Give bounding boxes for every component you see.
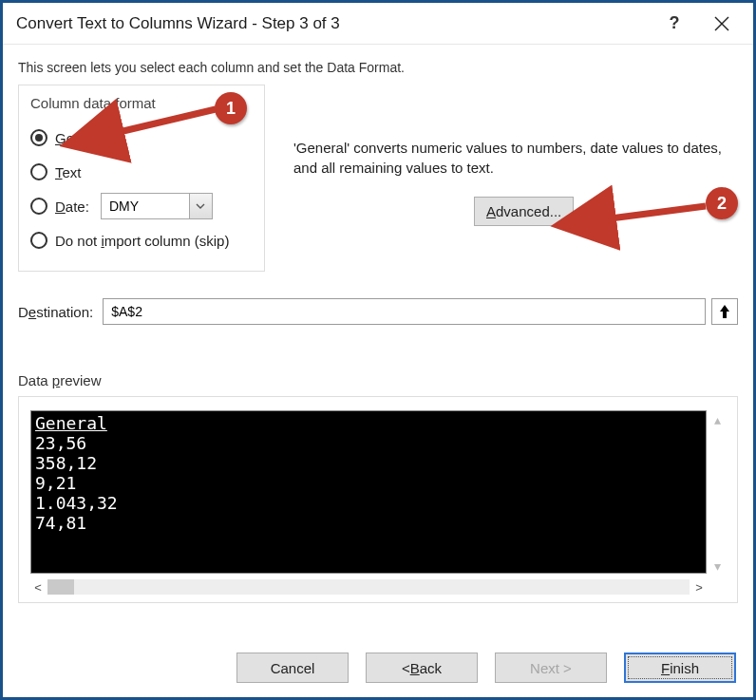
- scroll-thumb[interactable]: [47, 579, 74, 595]
- preview-row: 9,21: [35, 473, 76, 493]
- radio-label: Date:: [55, 199, 89, 215]
- preview-row: 358,12: [35, 453, 97, 473]
- radio-date[interactable]: Date: DMY: [30, 189, 253, 223]
- radio-icon: [30, 198, 47, 215]
- radio-icon: [30, 129, 47, 146]
- preview-vertical-scrollbar[interactable]: ▴ ▾: [709, 412, 726, 574]
- radio-label: Text: [55, 164, 82, 180]
- preview-legend: Data preview: [18, 372, 738, 388]
- next-button: Next >: [495, 653, 607, 683]
- range-picker-button[interactable]: [711, 298, 738, 325]
- destination-label: Destination:: [18, 304, 93, 320]
- help-button[interactable]: ?: [651, 7, 698, 41]
- close-icon: [714, 16, 729, 31]
- annotation-marker-1: 1: [215, 92, 247, 124]
- date-format-combo[interactable]: DMY: [101, 193, 213, 219]
- preview-box[interactable]: General 23,56 358,12 9,21 1.043,32 74,81: [30, 410, 707, 574]
- svg-marker-2: [720, 305, 729, 318]
- format-info: 'General' converts numeric values to num…: [293, 85, 738, 272]
- annotation-marker-2: 2: [706, 187, 738, 219]
- preview-frame: General 23,56 358,12 9,21 1.043,32 74,81…: [18, 396, 738, 603]
- radio-label: General: [55, 130, 105, 146]
- radio-text[interactable]: Text: [30, 155, 253, 189]
- scroll-down-icon: ▾: [714, 558, 721, 574]
- preview-column-header: General: [35, 413, 107, 433]
- scroll-left-icon: <: [30, 580, 46, 595]
- scroll-right-icon: >: [691, 580, 707, 595]
- dialog-content: This screen lets you select each column …: [3, 45, 753, 613]
- dialog-title: Convert Text to Columns Wizard - Step 3 …: [16, 14, 651, 33]
- cancel-button[interactable]: Cancel: [236, 653, 349, 683]
- dialog-footer: Cancel < Back Next > Finish: [3, 638, 753, 697]
- data-preview-section: Data preview General 23,56 358,12 9,21 1…: [18, 372, 738, 603]
- advanced-button[interactable]: Advanced...: [474, 197, 574, 226]
- radio-icon: [30, 163, 47, 180]
- destination-row: Destination:: [18, 298, 738, 325]
- collapse-icon: [718, 304, 731, 319]
- titlebar: Convert Text to Columns Wizard - Step 3 …: [3, 3, 753, 45]
- intro-text: This screen lets you select each column …: [18, 60, 738, 75]
- date-format-value: DMY: [102, 199, 189, 214]
- preview-row: 1.043,32: [35, 493, 118, 513]
- radio-icon: [30, 232, 47, 249]
- radio-label: Do not import column (skip): [55, 233, 229, 249]
- back-button[interactable]: < Back: [366, 653, 478, 683]
- wizard-dialog: Convert Text to Columns Wizard - Step 3 …: [0, 0, 756, 700]
- info-text: 'General' converts numeric values to num…: [293, 138, 738, 178]
- destination-input[interactable]: [103, 298, 706, 325]
- close-button[interactable]: [698, 7, 746, 41]
- chevron-down-icon: [189, 194, 212, 218]
- preview-row: 74,81: [35, 513, 86, 533]
- radio-general[interactable]: General: [30, 121, 253, 155]
- radio-skip[interactable]: Do not import column (skip): [30, 223, 253, 257]
- preview-horizontal-scrollbar[interactable]: < >: [30, 579, 707, 595]
- scroll-up-icon: ▴: [714, 412, 721, 427]
- preview-row: 23,56: [35, 433, 86, 453]
- scroll-track: [47, 579, 690, 595]
- finish-button[interactable]: Finish: [624, 653, 736, 683]
